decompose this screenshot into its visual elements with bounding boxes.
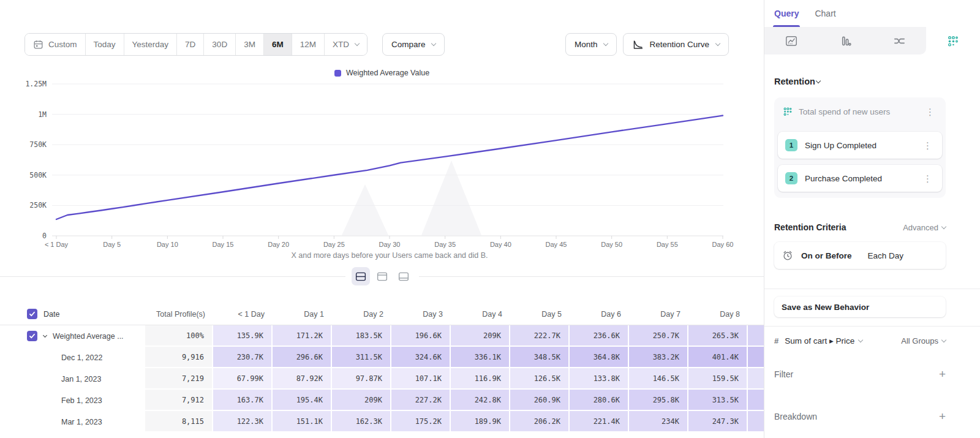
retention-cell: 163.7K: [213, 390, 273, 411]
x-axis-label: Day 60: [712, 241, 734, 248]
report-tab-insights[interactable]: [764, 27, 818, 55]
row-label: Mar 1, 2023: [61, 418, 102, 426]
granularity-button[interactable]: Month: [565, 33, 617, 56]
kebab-menu-icon[interactable]: ⋮: [923, 106, 937, 118]
chevron-down-icon: [715, 41, 720, 46]
filter-section: Filter +: [774, 368, 946, 380]
sidebar-body: Retention Total spend of new users ⋮ 1 S…: [764, 77, 980, 422]
behavior-title: Total spend of new users: [799, 107, 890, 116]
numeric-property-icon: #: [774, 336, 778, 345]
tab-chart[interactable]: Chart: [815, 0, 835, 27]
table-row: Dec 1, 20229,916230.7K296.6K311.5K324.6K…: [0, 347, 764, 368]
row-label-cell: Dec 1, 2022: [0, 347, 145, 368]
retention-cell: 146.5K: [629, 368, 688, 390]
chart-type-button[interactable]: Retention Curve: [623, 33, 729, 56]
step-index-badge: 2: [785, 172, 797, 184]
row-expand-caret[interactable]: [43, 333, 47, 337]
col-label: Day 6: [570, 303, 629, 325]
criteria-card[interactable]: On or Before Each Day: [774, 242, 946, 269]
report-tab-retention[interactable]: [926, 27, 980, 55]
retention-cell: 162.3K: [332, 411, 391, 432]
retention-cell: 151.1K: [273, 411, 332, 432]
row-label[interactable]: Weighted Average ...: [53, 332, 124, 341]
row-label: Dec 1, 2022: [61, 353, 102, 362]
retention-cell: 122.3K: [213, 411, 273, 432]
x-axis-label: Day 20: [268, 241, 289, 248]
col-label: Day 7: [629, 303, 688, 325]
behavior-step-2[interactable]: 2 Purchase Completed ⋮: [778, 165, 942, 192]
retention-cell-partial: [748, 325, 764, 347]
retention-cell: 234K: [629, 411, 688, 432]
report-tab-funnels[interactable]: [818, 27, 872, 55]
legend-label: Weighted Average Value: [346, 69, 429, 77]
criteria-condition[interactable]: On or Before: [801, 251, 852, 260]
range-xtd[interactable]: XTD: [325, 34, 367, 55]
chevron-down-icon: [941, 337, 946, 342]
step-index-badge: 1: [785, 139, 797, 151]
range-30d[interactable]: 30D: [204, 34, 236, 55]
retention-curve-icon: [632, 39, 644, 50]
kebab-menu-icon[interactable]: ⋮: [921, 140, 935, 151]
retention-line: [56, 116, 723, 219]
range-3m[interactable]: 3M: [236, 34, 264, 55]
advanced-dropdown[interactable]: Advanced: [903, 223, 946, 232]
step-label: Purchase Completed: [805, 174, 882, 183]
retention-cell: 227.2K: [391, 390, 451, 411]
add-filter-button[interactable]: +: [939, 368, 946, 380]
section-label: Retention: [774, 77, 815, 86]
behavior-step-1[interactable]: 1 Sign Up Completed ⋮: [778, 132, 942, 159]
behavior-group: Total spend of new users ⋮ 1 Sign Up Com…: [774, 97, 946, 198]
col-label: Day 5: [510, 303, 570, 325]
tab-query-label: Query: [774, 9, 799, 18]
retention-cell-partial: [748, 368, 764, 390]
chevron-down-icon: [603, 41, 608, 46]
measurement-label: Sum of cart ▸ Price: [785, 336, 854, 345]
retention-table: DateTotal Profile(s)< 1 DayDay 1Day 2Day…: [0, 303, 764, 432]
chevron-down-icon: [816, 78, 821, 83]
report-type-tabs: [764, 27, 980, 55]
row-checkbox[interactable]: [27, 331, 37, 341]
x-axis-label: Day 10: [157, 241, 178, 248]
tab-query[interactable]: Query: [774, 0, 799, 27]
view-toggle-split[interactable]: [352, 267, 370, 285]
query-sidebar: Query Chart: [764, 0, 980, 438]
kebab-menu-icon[interactable]: ⋮: [921, 173, 935, 184]
criteria-window[interactable]: Each Day: [868, 251, 904, 260]
select-all-checkbox[interactable]: [27, 309, 37, 319]
toolbar-right: Month Retention Curve: [565, 33, 729, 56]
col-label: Day 3: [391, 303, 451, 325]
retention-cell: 336.1K: [451, 347, 510, 368]
breakdown-section: Breakdown +: [774, 410, 946, 422]
retention-cell: 265.3K: [688, 325, 748, 347]
retention-section-header[interactable]: Retention: [774, 77, 946, 86]
view-toggle-table-only[interactable]: [394, 267, 413, 285]
row-label: Jan 1, 2023: [61, 375, 101, 383]
retention-cell-partial: [748, 347, 764, 368]
save-as-new-behavior-button[interactable]: Save as New Behavior: [774, 296, 946, 317]
behavior-header: Total spend of new users ⋮: [778, 97, 942, 126]
retention-cell: 196.6K: [391, 325, 451, 347]
measurement-dropdown[interactable]: Sum of cart ▸ Price: [785, 336, 862, 345]
retention-cell-partial: [748, 390, 764, 411]
compare-button[interactable]: Compare: [382, 33, 445, 56]
range-7d[interactable]: 7D: [177, 34, 204, 55]
retention-cell: 183.5K: [332, 325, 391, 347]
x-axis-label: Day 25: [323, 241, 345, 248]
x-axis-caption: X and more days before your Users came b…: [292, 251, 488, 260]
retention-cell: 175.2K: [391, 411, 451, 432]
report-tab-flows[interactable]: [872, 27, 926, 55]
retention-cell: 236.6K: [570, 325, 629, 347]
groups-dropdown[interactable]: All Groups: [901, 336, 946, 345]
x-axis-label: Day 50: [601, 241, 622, 248]
row-label-cell: Feb 1, 2023: [0, 390, 145, 411]
tab-chart-label: Chart: [815, 9, 835, 18]
range-12m[interactable]: 12M: [292, 34, 325, 55]
add-breakdown-button[interactable]: +: [939, 410, 946, 422]
range-custom[interactable]: Custom: [25, 34, 86, 55]
retention-cell: 97.87K: [332, 368, 391, 390]
filter-label: Filter: [774, 369, 793, 379]
range-6m[interactable]: 6M: [264, 34, 292, 55]
range-today[interactable]: Today: [86, 34, 124, 55]
view-toggle-chart-only[interactable]: [373, 267, 391, 285]
range-yesterday[interactable]: Yesterday: [124, 34, 178, 55]
